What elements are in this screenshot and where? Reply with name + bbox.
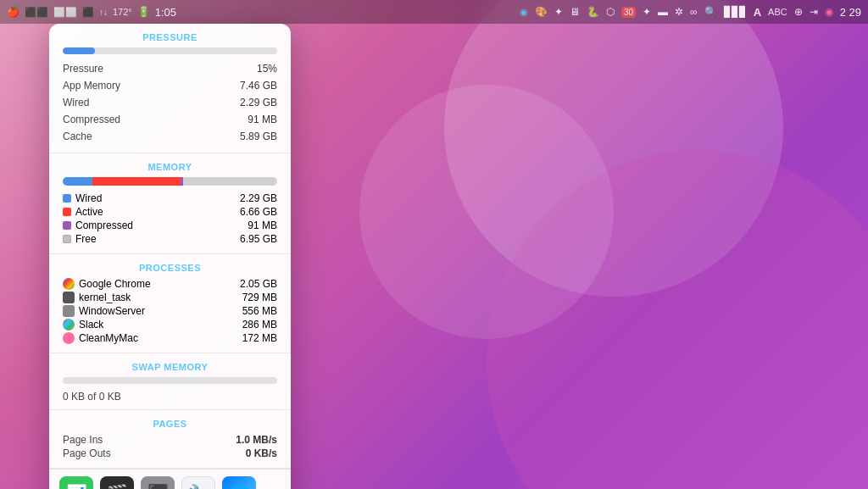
cache-label: Cache bbox=[63, 129, 92, 144]
process-row-chrome: Google Chrome 2.05 GB bbox=[63, 278, 277, 290]
menu-istat[interactable]: ◉ bbox=[520, 7, 528, 18]
wired-pressure-row: Wired 2.29 GB bbox=[63, 95, 277, 110]
menu-search[interactable]: 🔍 bbox=[704, 6, 717, 18]
compressed-legend: Compressed 91 MB bbox=[63, 219, 277, 231]
menu-share[interactable]: ⇥ bbox=[810, 6, 818, 18]
app-memory-label: App Memory bbox=[63, 78, 120, 93]
menu-arrows: ↑↓ bbox=[99, 8, 108, 17]
page-outs-label: Page Outs bbox=[63, 447, 111, 459]
pressure-section: PRESSURE Pressure 15% App Memory 7.46 GB… bbox=[49, 24, 291, 153]
menu-circle[interactable]: ⊕ bbox=[794, 6, 803, 18]
kernel-value: 729 MB bbox=[242, 292, 277, 303]
dock-icon-5[interactable]: 🌐 bbox=[222, 476, 256, 489]
processes-title: PROCESSES bbox=[63, 263, 277, 273]
processes-section: PROCESSES Google Chrome 2.05 GB kernel_t… bbox=[49, 254, 291, 353]
pressure-row: Pressure 15% bbox=[63, 61, 277, 76]
dock-icon-1-inner: 📊 bbox=[59, 476, 93, 489]
process-left-cleanmy: CleanMyMac bbox=[63, 332, 138, 344]
slack-value: 286 MB bbox=[242, 319, 277, 331]
menubar-time: 1:05 bbox=[155, 6, 176, 19]
window-name: WindowServer bbox=[79, 305, 145, 317]
wired-dot bbox=[63, 194, 71, 203]
process-left-window: WindowServer bbox=[63, 305, 145, 317]
app-menu: ⬛⬛ bbox=[25, 7, 48, 18]
pressure-title: PRESSURE bbox=[63, 32, 277, 42]
menu-abc[interactable]: ABC bbox=[768, 7, 787, 17]
active-dot bbox=[63, 208, 71, 216]
menu-orb[interactable]: ◉ bbox=[825, 6, 833, 18]
dock-icon-4[interactable]: 🔧 bbox=[181, 476, 215, 489]
process-row-cleanmy: CleanMyMac 172 MB bbox=[63, 332, 277, 344]
process-row-slack: Slack 286 MB bbox=[63, 319, 277, 331]
chrome-value: 2.05 GB bbox=[240, 278, 277, 290]
active-legend-value: 6.66 GB bbox=[240, 206, 277, 218]
memory-section: MEMORY Wired 2.29 GB Active 6.66 GB Com bbox=[49, 153, 291, 254]
process-left-chrome: Google Chrome bbox=[63, 278, 151, 290]
menubar-date: 2 29 bbox=[840, 6, 861, 19]
process-left-slack: Slack bbox=[63, 319, 103, 331]
menu-item: ⬜⬜ bbox=[53, 7, 77, 18]
compressed-legend-value: 91 MB bbox=[248, 219, 277, 231]
process-row-kernel: kernel_task 729 MB bbox=[63, 292, 277, 303]
menu-link[interactable]: ∞ bbox=[690, 6, 698, 18]
menu-battery3[interactable]: ▊▊▊ bbox=[724, 6, 747, 18]
chrome-icon bbox=[63, 278, 75, 290]
kernel-name: kernel_task bbox=[79, 292, 131, 303]
windowserver-icon bbox=[63, 305, 75, 317]
apple-icon: 🍎 bbox=[7, 6, 19, 18]
active-legend: Active 6.66 GB bbox=[63, 206, 277, 218]
compressed-pressure-label: Compressed bbox=[63, 112, 120, 127]
menu-battery: 🔋 bbox=[137, 6, 150, 18]
menubar-left: 🍎 ⬛⬛ ⬜⬜ ⬛ ↑↓ 172° 🔋 1:05 bbox=[7, 6, 176, 19]
pressure-value: 15% bbox=[257, 61, 277, 76]
compressed-legend-label: Compressed bbox=[75, 219, 133, 231]
wired-legend-value: 2.29 GB bbox=[240, 192, 277, 204]
menu-a[interactable]: A bbox=[754, 6, 761, 19]
pressure-bar-fill bbox=[63, 47, 95, 54]
window-value: 556 MB bbox=[242, 305, 277, 317]
slack-name: Slack bbox=[79, 319, 103, 331]
menu-bluetooth[interactable]: ✲ bbox=[675, 6, 683, 18]
swap-value: 0 KB of 0 KB bbox=[63, 391, 277, 403]
page-ins-label: Page Ins bbox=[63, 434, 103, 446]
pages-title: PAGES bbox=[63, 419, 277, 429]
free-legend-value: 6.95 GB bbox=[240, 233, 277, 245]
menu-python[interactable]: 🐍 bbox=[587, 6, 599, 18]
free-legend: Free 6.95 GB bbox=[63, 233, 277, 245]
cache-value: 5.89 GB bbox=[240, 129, 277, 144]
compressed-pressure-value: 91 MB bbox=[248, 112, 277, 127]
chrome-name: Google Chrome bbox=[79, 278, 151, 290]
dock-icon-1[interactable]: 📊 bbox=[59, 476, 93, 489]
memory-bar-active bbox=[92, 177, 181, 186]
bottom-dock: 📊 🎬 ⬛ 🔧 🌐 bbox=[49, 469, 291, 489]
menu-shape[interactable]: ⬡ bbox=[606, 6, 615, 18]
dock-icon-2[interactable]: 🎬 bbox=[100, 476, 134, 489]
menu-display[interactable]: 🖥 bbox=[570, 6, 580, 18]
process-left-kernel: kernel_task bbox=[63, 292, 131, 303]
page-ins-value: 1.0 MB/s bbox=[236, 434, 277, 446]
page-ins-row: Page Ins 1.0 MB/s bbox=[63, 434, 277, 446]
pressure-bar-container bbox=[63, 47, 277, 54]
menu-astro[interactable]: ✦ bbox=[554, 6, 563, 18]
slack-icon bbox=[63, 319, 75, 331]
swap-section: SWAP MEMORY 0 KB of 0 KB bbox=[49, 353, 291, 410]
swap-bar bbox=[63, 377, 277, 384]
cleanmymac-icon bbox=[63, 332, 75, 344]
menu-battery2[interactable]: ▬ bbox=[658, 6, 668, 18]
free-legend-left: Free bbox=[63, 233, 97, 245]
swap-title: SWAP MEMORY bbox=[63, 362, 277, 372]
page-outs-row: Page Outs 0 KB/s bbox=[63, 447, 277, 459]
memory-popup: PRESSURE Pressure 15% App Memory 7.46 GB… bbox=[49, 24, 291, 489]
cleanmy-value: 172 MB bbox=[242, 332, 277, 344]
menu-star[interactable]: ✦ bbox=[643, 6, 651, 18]
free-legend-label: Free bbox=[75, 233, 97, 245]
cache-row: Cache 5.89 GB bbox=[63, 129, 277, 144]
dock-icon-3[interactable]: ⬛ bbox=[141, 476, 175, 489]
menu-colorsnapper[interactable]: 🎨 bbox=[535, 6, 548, 18]
menu-30[interactable]: 30 bbox=[621, 7, 636, 18]
memory-title: MEMORY bbox=[63, 162, 277, 172]
app-memory-row: App Memory 7.46 GB bbox=[63, 78, 277, 93]
memory-bar-free bbox=[183, 177, 277, 186]
wired-legend-label: Wired bbox=[75, 192, 102, 204]
dock-icon-4-inner: 🔧 bbox=[182, 477, 214, 489]
